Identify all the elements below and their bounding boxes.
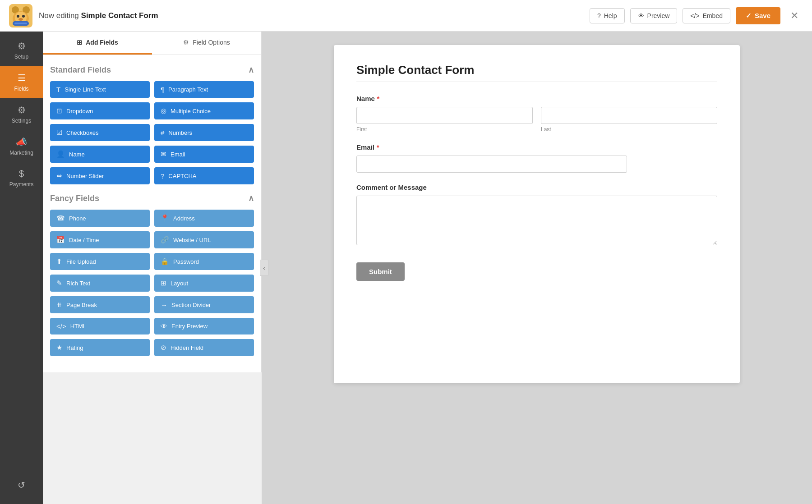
form-divider — [356, 82, 717, 82]
field-rich-text[interactable]: ✎ Rich Text — [50, 275, 150, 292]
field-options-icon: ⚙ — [183, 39, 189, 46]
hidden-field-icon: ⊘ — [161, 344, 166, 352]
topbar: Now editing Simple Contact Form ? Help 👁… — [0, 0, 812, 32]
svg-point-7 — [18, 18, 23, 21]
slider-icon: ⇔ — [56, 172, 62, 180]
address-icon: 📍 — [161, 214, 169, 222]
field-paragraph-text[interactable]: ¶ Paragraph Text — [154, 81, 254, 98]
field-layout[interactable]: ⊞ Layout — [154, 275, 254, 292]
fancy-fields-grid: ☎ Phone 📍 Address 📅 Date / Time 🔗 Websit… — [50, 210, 254, 356]
paragraph-icon: ¶ — [161, 86, 164, 93]
fields-panel-wrapper: ⊞ Add Fields ⚙ Field Options Standard Fi… — [43, 32, 262, 504]
standard-fields-collapse[interactable]: ∧ — [248, 65, 254, 75]
sidebar-item-marketing[interactable]: 📣 Marketing — [0, 130, 43, 162]
field-rating[interactable]: ★ Rating — [50, 339, 150, 356]
fancy-fields-collapse[interactable]: ∧ — [248, 193, 254, 203]
field-single-line-text[interactable]: T Single Line Text — [50, 81, 150, 98]
checkbox-icon: ☑ — [56, 128, 62, 137]
setup-icon: ⚙ — [18, 41, 26, 51]
topbar-title: Now editing Simple Contact Form — [39, 11, 158, 20]
person-icon: 👤 — [56, 150, 65, 158]
field-password[interactable]: 🔒 Password — [154, 253, 254, 270]
field-entry-preview[interactable]: 👁 Entry Preview — [154, 318, 254, 334]
sidebar-item-payments[interactable]: $ Payments — [0, 162, 43, 194]
save-button[interactable]: ✓ Save — [736, 7, 780, 24]
multiple-choice-icon: ◎ — [161, 107, 166, 115]
svg-point-5 — [17, 15, 19, 18]
tab-field-options[interactable]: ⚙ Field Options — [152, 32, 261, 55]
field-number-slider[interactable]: ⇔ Number Slider — [50, 167, 150, 184]
add-fields-icon: ⊞ — [77, 39, 82, 46]
email-icon: ✉ — [161, 150, 166, 158]
form-title: Simple Contact Form — [356, 63, 717, 77]
name-required: * — [377, 95, 379, 102]
section-divider-icon: → — [161, 301, 167, 309]
undo-button[interactable]: ↺ — [18, 473, 25, 497]
fancy-fields-header: Fancy Fields ∧ — [50, 193, 254, 203]
field-hidden-field[interactable]: ⊘ Hidden Field — [154, 339, 254, 356]
email-input[interactable] — [356, 156, 627, 173]
embed-button[interactable]: </> Embed — [683, 8, 730, 23]
html-icon: </> — [56, 322, 66, 330]
side-nav: ⚙ Setup ☰ Fields ⚙ Settings 📣 Marketing … — [0, 32, 43, 504]
help-button[interactable]: ? Help — [590, 8, 625, 23]
upload-icon: ⬆ — [56, 257, 62, 266]
star-icon: ★ — [56, 344, 62, 352]
sidebar-bottom: ↺ — [18, 473, 25, 504]
check-icon: ✓ — [746, 12, 752, 20]
settings-icon: ⚙ — [18, 105, 26, 115]
email-required: * — [377, 144, 379, 151]
payments-icon: $ — [19, 169, 24, 179]
code-icon: </> — [690, 12, 699, 19]
form-preview-area: Simple Contact Form Name * First Last — [262, 32, 812, 504]
panel-body: Standard Fields ∧ T Single Line Text ¶ P… — [43, 55, 261, 372]
submit-button[interactable]: Submit — [356, 262, 405, 281]
field-website-url[interactable]: 🔗 Website / URL — [154, 231, 254, 248]
field-html[interactable]: </> HTML — [50, 318, 150, 334]
preview-button[interactable]: 👁 Preview — [630, 8, 678, 23]
field-page-break[interactable]: ⧺ Page Break — [50, 296, 150, 313]
email-field-group: Email * — [356, 143, 717, 173]
name-field-group: Name * First Last — [356, 95, 717, 133]
field-phone[interactable]: ☎ Phone — [50, 210, 150, 227]
name-label: Name * — [356, 95, 717, 102]
page-break-icon: ⧺ — [56, 301, 62, 309]
help-icon: ? — [597, 12, 601, 19]
phone-icon: ☎ — [56, 214, 65, 222]
field-captcha[interactable]: ? CAPTCHA — [154, 167, 254, 184]
fields-icon: ☰ — [18, 73, 26, 83]
calendar-icon: 📅 — [56, 236, 65, 244]
form-card: Simple Contact Form Name * First Last — [334, 45, 740, 383]
main-content: ⚙ Setup ☰ Fields ⚙ Settings 📣 Marketing … — [0, 32, 812, 504]
field-email[interactable]: ✉ Email — [154, 146, 254, 163]
last-label: Last — [541, 126, 717, 133]
collapse-panel-button[interactable]: ‹ — [260, 260, 269, 276]
first-name-input[interactable] — [356, 107, 533, 124]
comment-input[interactable] — [356, 196, 717, 245]
last-name-wrap: Last — [541, 107, 717, 133]
first-name-wrap: First — [356, 107, 533, 133]
last-name-input[interactable] — [541, 107, 717, 124]
field-file-upload[interactable]: ⬆ File Upload — [50, 253, 150, 270]
sidebar-item-settings[interactable]: ⚙ Settings — [0, 98, 43, 130]
field-numbers[interactable]: # Numbers — [154, 124, 254, 141]
rich-text-icon: ✎ — [56, 279, 62, 287]
close-button[interactable]: ✕ — [786, 7, 803, 24]
field-checkboxes[interactable]: ☑ Checkboxes — [50, 124, 150, 141]
tab-add-fields[interactable]: ⊞ Add Fields — [43, 32, 152, 55]
field-date-time[interactable]: 📅 Date / Time — [50, 231, 150, 248]
comment-field-group: Comment or Message — [356, 183, 717, 247]
field-name[interactable]: 👤 Name — [50, 146, 150, 163]
svg-rect-9 — [14, 23, 27, 24]
text-icon: T — [56, 86, 60, 93]
field-section-divider[interactable]: → Section Divider — [154, 296, 254, 313]
field-multiple-choice[interactable]: ◎ Multiple Choice — [154, 102, 254, 119]
sidebar-item-setup[interactable]: ⚙ Setup — [0, 34, 43, 66]
eye-icon: 👁 — [638, 12, 644, 19]
panel-tabs: ⊞ Add Fields ⚙ Field Options — [43, 32, 261, 55]
email-label: Email * — [356, 143, 717, 151]
field-address[interactable]: 📍 Address — [154, 210, 254, 227]
layout-icon: ⊞ — [161, 279, 166, 287]
sidebar-item-fields[interactable]: ☰ Fields — [0, 66, 43, 98]
field-dropdown[interactable]: ⊡ Dropdown — [50, 102, 150, 119]
